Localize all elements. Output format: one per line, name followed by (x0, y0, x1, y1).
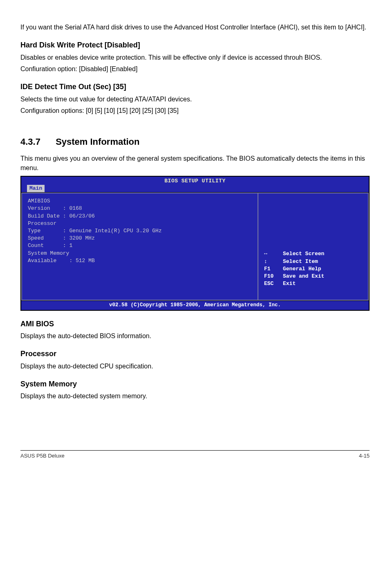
section-title: System Information (56, 137, 139, 147)
bios-line: Version : 0168 (28, 205, 252, 212)
bios-main-tab: Main (27, 185, 45, 192)
bios-line: Processor (28, 220, 252, 227)
processor-text: Displays the auto-detected CPU specifica… (20, 362, 370, 371)
bios-help-block: ↔ Select Screen ↕ Select Item F1 General… (264, 250, 364, 287)
bios-line: Build Date : 06/23/06 (28, 213, 252, 220)
hard-disk-write-protect-options: Confiuration option: [Disabled] [Enabled… (20, 65, 370, 74)
bios-copyright-footer: v02.58 (C)Copyright 1985-2006, American … (21, 301, 369, 310)
bios-line: AMIBIOS (28, 197, 252, 205)
ide-detect-options: Configuration options: [0] [5] [10] [15]… (20, 106, 370, 115)
bios-line: Count : 1 (28, 242, 252, 249)
help-save-exit: Save and Exit (283, 273, 324, 280)
footer-product: ASUS P5B Deluxe (20, 452, 65, 460)
key-f1: F1 (264, 265, 283, 273)
help-exit: Exit (283, 280, 296, 287)
ide-detect-desc: Selects the time out value for detecting… (20, 95, 370, 104)
bios-setup-screenshot: BIOS SETUP UTILITY Main AMIBIOS Version … (20, 176, 370, 311)
help-general-help: General Help (283, 265, 321, 273)
help-select-screen: Select Screen (283, 250, 324, 258)
bios-left-panel: AMIBIOS Version : 0168 Build Date : 06/2… (21, 193, 258, 301)
bios-line: Type : Genuine Intel(R) CPU 3.20 GHz (28, 227, 252, 235)
footer-page-number: 4-15 (359, 452, 370, 460)
arrows-horizontal-icon: ↔ (264, 250, 283, 258)
hard-disk-write-protect-heading: Hard Disk Write Protect [Disabled] (20, 40, 370, 50)
key-f10: F10 (264, 273, 283, 280)
system-memory-heading: System Memory (20, 379, 370, 389)
arrows-vertical-icon: ↕ (264, 258, 283, 265)
bios-line: Speed : 3200 MHz (28, 235, 252, 242)
hard-disk-write-protect-desc: Disables or enables device write protect… (20, 53, 370, 62)
key-esc: ESC (264, 280, 283, 287)
processor-heading: Processor (20, 349, 370, 359)
section-4-3-7-heading: 4.3.7 System Information (20, 136, 370, 148)
ami-bios-text: Displays the auto-detected BIOS informat… (20, 332, 370, 341)
section-number: 4.3.7 (20, 136, 53, 148)
bios-title: BIOS SETUP UTILITY (21, 177, 369, 185)
intro-paragraph: If you want the Serial ATA hard disk dri… (20, 23, 370, 32)
system-memory-text: Displays the auto-detected system memory… (20, 392, 370, 401)
ide-detect-heading: IDE Detect Time Out (Sec) [35] (20, 82, 370, 92)
bios-right-panel: ↔ Select Screen ↕ Select Item F1 General… (258, 193, 369, 301)
ami-bios-heading: AMI BIOS (20, 319, 370, 329)
help-select-item: Select Item (283, 258, 318, 265)
bios-line: System Memory (28, 250, 252, 257)
system-info-intro: This menu gives you an overview of the g… (20, 154, 370, 173)
page-footer: ASUS P5B Deluxe 4-15 (20, 450, 370, 460)
bios-line: Available : 512 MB (28, 257, 252, 265)
